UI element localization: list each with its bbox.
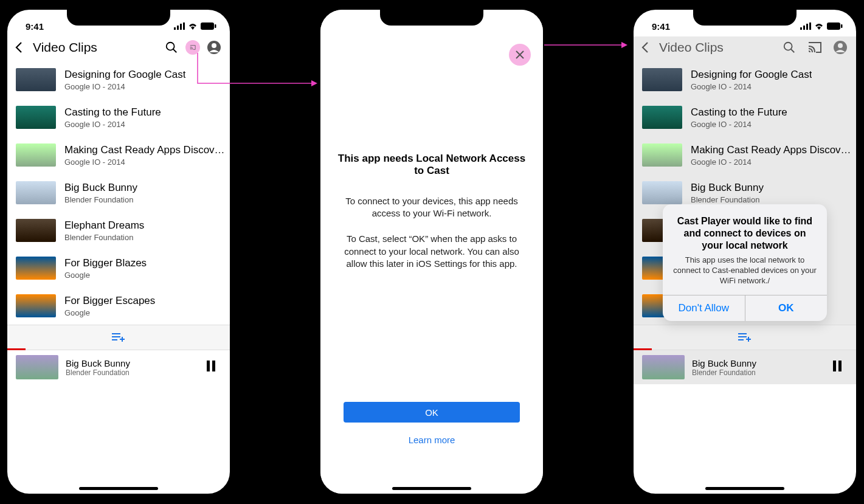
video-subtitle: Blender Foundation — [64, 233, 144, 242]
svg-rect-25 — [800, 27, 802, 30]
playback-progress — [634, 348, 652, 350]
battery-icon — [827, 22, 843, 30]
playlist-add-icon — [738, 333, 752, 342]
svg-rect-16 — [212, 361, 215, 371]
video-title: For Bigger Blazes — [64, 257, 147, 269]
video-thumbnail — [16, 181, 56, 204]
list-item[interactable]: Elephant DreamsBlender Foundation — [7, 212, 230, 249]
status-indicators — [800, 22, 843, 30]
playlist-add-icon — [112, 333, 125, 342]
notch — [380, 9, 483, 26]
video-title: Designing for Google Cast — [64, 69, 185, 81]
close-icon — [515, 50, 525, 60]
cast-icon — [807, 41, 822, 54]
alert-title: Cast Player would like to find and conne… — [672, 215, 817, 252]
page-title: Video Clips — [659, 40, 776, 55]
list-item[interactable]: Making Cast Ready Apps Discover...Google… — [7, 136, 230, 174]
status-time: 9:41 — [652, 21, 670, 32]
svg-rect-2 — [180, 24, 182, 30]
cast-button[interactable] — [807, 40, 822, 55]
video-subtitle: Blender Foundation — [64, 195, 137, 204]
search-button[interactable] — [782, 40, 797, 55]
search-icon — [783, 41, 796, 54]
queue-bar[interactable] — [634, 325, 856, 350]
video-list[interactable]: Designing for Google CastGoogle IO - 201… — [7, 61, 230, 325]
notch — [67, 9, 170, 26]
page-title: Video Clips — [33, 40, 158, 55]
svg-rect-30 — [841, 24, 843, 28]
now-playing-bar[interactable]: Big Buck Bunny Blender Foundation — [7, 350, 230, 384]
search-icon — [165, 41, 178, 54]
back-button[interactable] — [638, 40, 653, 55]
video-title: Big Buck Bunny — [64, 182, 137, 194]
home-indicator[interactable] — [705, 487, 784, 490]
svg-point-6 — [167, 43, 175, 50]
video-thumbnail — [642, 143, 682, 167]
list-item[interactable]: Big Buck BunnyBlender Foundation — [7, 174, 230, 212]
cast-icon — [190, 41, 196, 54]
back-button[interactable] — [12, 40, 27, 55]
app-header: Video Clips — [634, 36, 856, 61]
queue-bar[interactable] — [7, 325, 230, 350]
video-thumbnail — [16, 68, 56, 91]
pause-button[interactable] — [833, 360, 842, 375]
svg-point-9 — [212, 43, 216, 48]
svg-line-32 — [791, 49, 795, 53]
svg-rect-0 — [174, 27, 176, 30]
svg-rect-28 — [809, 22, 811, 30]
wifi-icon — [814, 22, 824, 30]
svg-rect-4 — [201, 22, 214, 30]
video-subtitle: Google IO - 2014 — [64, 120, 161, 129]
video-thumbnail — [642, 181, 682, 204]
now-playing-bar[interactable]: Big Buck Bunny Blender Foundation — [634, 350, 856, 384]
video-subtitle: Google — [64, 271, 147, 280]
list-item[interactable]: Designing for Google CastGoogle IO - 201… — [634, 61, 856, 98]
alert-message: This app uses the local network to conne… — [672, 255, 817, 286]
now-playing-subtitle: Blender Foundation — [66, 368, 130, 377]
phone-screen-3: 9:41 Video Clips — [626, 2, 863, 501]
phone-screen-1: 9:41 Video Clips — [0, 2, 237, 501]
account-circle-icon — [207, 40, 221, 55]
cast-button[interactable] — [185, 40, 200, 55]
video-title: Casting to the Future — [64, 106, 161, 119]
now-playing-thumbnail — [642, 355, 685, 379]
svg-rect-5 — [215, 24, 216, 28]
home-indicator[interactable] — [392, 487, 471, 490]
account-button[interactable] — [207, 40, 221, 55]
video-thumbnail — [16, 257, 56, 280]
svg-rect-26 — [803, 26, 805, 30]
video-title: Making Cast Ready Apps Discover... — [64, 144, 229, 156]
video-subtitle: Google IO - 2014 — [64, 157, 229, 167]
cellular-icon — [800, 22, 811, 30]
close-button[interactable] — [509, 44, 531, 66]
search-button[interactable] — [164, 40, 179, 55]
notch — [693, 9, 797, 26]
chevron-left-icon — [638, 40, 653, 55]
dont-allow-button[interactable]: Don't Allow — [663, 295, 745, 321]
video-subtitle: Google IO - 2014 — [691, 157, 855, 167]
screen-content: Video Clips Designing for Google CastGoo… — [7, 36, 230, 384]
chevron-left-icon — [12, 40, 27, 55]
home-indicator[interactable] — [79, 487, 158, 490]
svg-point-31 — [784, 43, 792, 50]
svg-rect-27 — [806, 24, 808, 30]
list-item[interactable]: Making Cast Ready Apps Discover...Google… — [634, 136, 856, 174]
video-subtitle: Google IO - 2014 — [64, 82, 185, 91]
ok-button[interactable]: OK — [745, 295, 828, 321]
list-item[interactable]: Designing for Google CastGoogle IO - 201… — [7, 61, 230, 98]
account-button[interactable] — [833, 40, 848, 55]
pause-button[interactable] — [207, 360, 215, 375]
ok-button[interactable]: OK — [344, 402, 520, 423]
account-circle-icon — [833, 40, 848, 55]
learn-more-link[interactable]: Learn more — [409, 435, 455, 445]
playback-progress — [7, 348, 26, 350]
list-item[interactable]: Casting to the FutureGoogle IO - 2014 — [7, 98, 230, 136]
list-item[interactable]: Casting to the FutureGoogle IO - 2014 — [634, 98, 856, 136]
now-playing-thumbnail — [16, 355, 58, 379]
cellular-icon — [174, 22, 185, 30]
list-item[interactable]: For Bigger EscapesGoogle — [7, 287, 230, 325]
video-title: Making Cast Ready Apps Discover... — [691, 144, 855, 156]
list-item[interactable]: For Bigger BlazesGoogle — [7, 249, 230, 287]
video-title: Big Buck Bunny — [691, 182, 764, 194]
svg-rect-40 — [833, 361, 836, 371]
